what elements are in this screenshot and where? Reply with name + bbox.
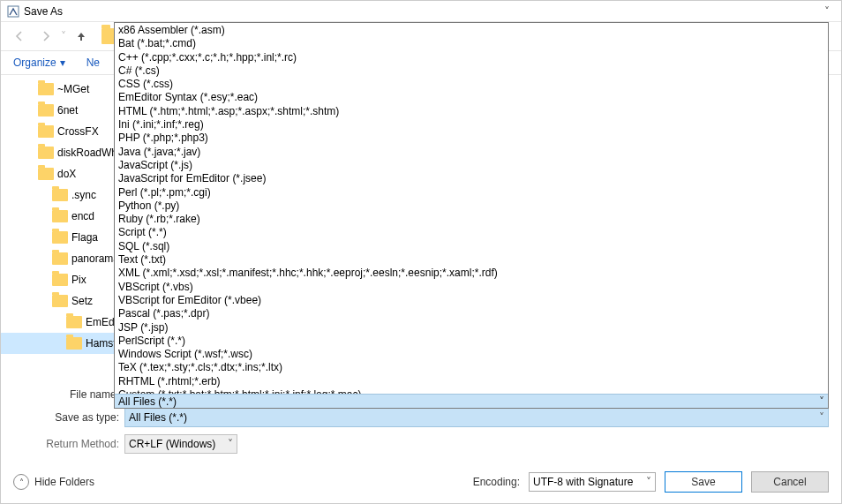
up-button[interactable] [70, 26, 93, 47]
tree-item[interactable]: .sync [1, 184, 114, 206]
tree-item[interactable]: CrossFX [1, 121, 114, 142]
chevron-down-icon: ˅ [819, 411, 824, 424]
file-type-option[interactable]: x86 Assembler (*.asm) [115, 24, 828, 37]
folder-icon [38, 125, 54, 138]
chevron-down-icon[interactable]: ˅ [824, 5, 830, 18]
file-type-option[interactable]: Java (*.java;*.jav) [115, 146, 828, 159]
organize-menu[interactable]: Organize ▾ [13, 56, 65, 69]
tree-item-label: 6net [57, 104, 78, 117]
tree-item[interactable]: 6net [1, 100, 114, 121]
file-type-option[interactable]: HTML (*.htm;*.html;*.asp;*.aspx;*.shtml;… [115, 105, 828, 118]
file-type-option[interactable]: C++ (*.cpp;*.cxx;*.c;*.h;*.hpp;*.inl;*.r… [115, 51, 828, 64]
encoding-label: Encoding: [473, 476, 520, 488]
return-method-value: CR+LF (Windows) [129, 438, 215, 450]
window-title: Save As [24, 5, 836, 18]
file-type-option[interactable]: EmEditor Syntax (*.esy;*.eac) [115, 91, 828, 104]
file-type-option[interactable]: Text (*.txt) [115, 253, 828, 267]
organize-label: Organize [13, 56, 56, 69]
app-icon [6, 4, 20, 19]
save-button[interactable]: Save [665, 471, 742, 493]
tree-item[interactable]: doX [1, 163, 114, 184]
file-type-option[interactable]: Pascal (*.pas;*.dpr) [115, 307, 828, 320]
file-type-option[interactable]: VBScript for EmEditor (*.vbee) [115, 294, 828, 307]
tree-item-label: EmEd [86, 316, 114, 328]
hide-folders-button[interactable]: ˄ Hide Folders [13, 474, 94, 490]
folder-tree[interactable]: ~MGet6netCrossFXdiskRoadWhdoX.syncencdFl… [1, 75, 114, 378]
return-method-label: Return Method: [13, 438, 124, 450]
encoding-combo[interactable]: UTF-8 with Signature ˅ [529, 472, 656, 492]
file-type-option[interactable]: CSS (*.css) [115, 78, 828, 91]
folder-icon [38, 147, 54, 159]
tree-item-label: doX [57, 168, 76, 180]
tree-item[interactable]: encd [1, 206, 114, 227]
tree-item-label: panoramas [71, 252, 114, 265]
file-type-option[interactable]: RHTML (*.rhtml;*.erb) [115, 375, 828, 388]
tree-item[interactable]: Flaga [1, 227, 114, 248]
tree-item-label: Hamstr [86, 337, 114, 350]
history-dropdown-icon[interactable]: ˅ [61, 30, 66, 42]
folder-icon [52, 252, 68, 265]
file-type-option[interactable]: PerlScript (*.*) [115, 335, 828, 348]
save-as-type-label: Save as type: [13, 411, 124, 424]
folder-icon [52, 295, 68, 307]
file-type-option[interactable]: C# (*.cs) [115, 64, 828, 78]
file-type-selected-row[interactable]: All Files (*.*) ˅ [115, 394, 828, 408]
chevron-down-icon: ˅ [228, 438, 233, 450]
file-type-option[interactable]: Ruby (*.rb;*.rake) [115, 213, 828, 226]
file-type-option[interactable]: XML (*.xml;*.xsd;*.xsl;*.manifest;*.hhc;… [115, 267, 828, 280]
title-bar: Save As [1, 1, 841, 22]
folder-icon [52, 231, 68, 244]
folder-icon [66, 337, 82, 350]
encoding-value: UTF-8 with Signature [533, 476, 633, 488]
tree-item[interactable]: Pix [1, 269, 114, 290]
file-type-option-list[interactable]: x86 Assembler (*.asm)Bat (*.bat;*.cmd)C+… [115, 23, 828, 394]
tree-item-label: Setz [71, 295, 93, 307]
file-type-option[interactable]: Script (*.*) [115, 226, 828, 239]
folder-icon [38, 168, 54, 180]
folder-icon [52, 210, 68, 222]
chevron-down-icon: ▾ [60, 56, 65, 69]
file-type-option[interactable]: Windows Script (*.wsf;*.wsc) [115, 348, 828, 361]
tree-item[interactable]: Setz [1, 290, 114, 312]
folder-icon [52, 274, 68, 286]
file-type-option[interactable]: Bat (*.bat;*.cmd) [115, 37, 828, 50]
file-type-option[interactable]: VBScript (*.vbs) [115, 281, 828, 294]
cancel-button[interactable]: Cancel [751, 471, 829, 493]
file-name-label: File name: [13, 388, 124, 401]
folder-icon [66, 316, 82, 328]
tree-item-label: Pix [71, 274, 86, 286]
tree-item[interactable]: Hamstr [1, 333, 114, 354]
tree-item[interactable]: panoramas [1, 248, 114, 269]
file-type-dropdown-panel: ˅ x86 Assembler (*.asm)Bat (*.bat;*.cmd)… [114, 22, 829, 409]
folder-icon [38, 83, 54, 95]
file-type-option[interactable]: PHP (*.php;*.php3) [115, 132, 828, 145]
file-type-option[interactable]: TeX (*.tex;*.sty;*.cls;*.dtx;*.ins;*.ltx… [115, 361, 828, 374]
back-button[interactable] [8, 26, 31, 47]
file-type-option[interactable]: JavaScript for EmEditor (*.jsee) [115, 172, 828, 185]
folder-icon [52, 189, 68, 201]
file-type-option[interactable]: Perl (*.pl;*.pm;*.cgi) [115, 186, 828, 199]
tree-item-label: diskRoadWh [57, 147, 114, 159]
tree-item[interactable]: ~MGet [1, 79, 114, 100]
chevron-down-icon: ˅ [646, 476, 651, 488]
tree-item-label: ~MGet [57, 83, 89, 95]
file-type-option[interactable]: JSP (*.jsp) [115, 321, 828, 335]
tree-item-label: CrossFX [57, 125, 99, 138]
save-as-type-combo[interactable]: All Files (*.*) ˅ [124, 408, 829, 427]
tree-item[interactable]: diskRoadWh [1, 142, 114, 163]
new-folder-button[interactable]: Ne [86, 56, 100, 69]
file-type-option[interactable]: Python (*.py) [115, 199, 828, 213]
tree-item-label: Flaga [71, 231, 98, 244]
tree-item[interactable]: EmEd [1, 312, 114, 333]
chevron-down-icon: ˅ [819, 395, 824, 408]
tree-item-label: .sync [71, 189, 96, 201]
hide-folders-label: Hide Folders [34, 476, 94, 488]
save-as-type-value: All Files (*.*) [129, 411, 187, 424]
file-type-selected-label: All Files (*.*) [118, 395, 177, 408]
return-method-combo[interactable]: CR+LF (Windows) ˅ [124, 434, 237, 454]
file-type-option[interactable]: JavaScript (*.js) [115, 159, 828, 172]
chevron-up-circle-icon: ˄ [13, 474, 29, 490]
forward-button[interactable] [34, 26, 57, 47]
file-type-option[interactable]: SQL (*.sql) [115, 240, 828, 253]
file-type-option[interactable]: Ini (*.ini;*.inf;*.reg) [115, 118, 828, 132]
